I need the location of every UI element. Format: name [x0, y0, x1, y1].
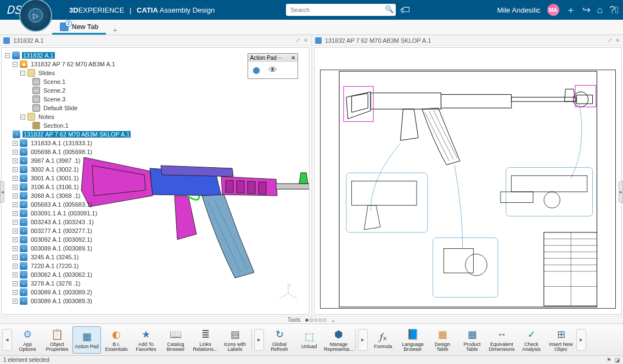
tree-item[interactable]: 7220 A.1 (7220.1): [30, 263, 80, 269]
toolbar-object-properties[interactable]: 📋Object Properties: [43, 326, 71, 354]
tree-expander[interactable]: +: [13, 202, 18, 207]
tree-item[interactable]: 003092 A.1 (003092.1): [30, 236, 93, 243]
drawing-sheet[interactable]: [320, 70, 616, 309]
tree-expander[interactable]: +: [13, 255, 18, 260]
tree-slides[interactable]: Slides: [37, 70, 56, 76]
close-icon[interactable]: ✕: [304, 37, 308, 43]
tree-item[interactable]: 3002 A.1 (3002.1): [30, 166, 80, 173]
search-input[interactable]: [286, 4, 396, 16]
user-name-label[interactable]: Mile Andesilic: [497, 6, 541, 14]
tree-expander[interactable]: −: [20, 71, 25, 76]
chevron-down-icon[interactable]: ⌄: [331, 317, 335, 323]
tree-item[interactable]: 3245 A.1 (3245.1): [30, 254, 80, 260]
cube-icon[interactable]: ⬢: [250, 64, 262, 76]
pane-drawing[interactable]: [314, 47, 622, 315]
toolbar-links-relations-[interactable]: ≣Links Relations...: [191, 326, 220, 354]
close-icon[interactable]: ✕: [615, 37, 620, 43]
avatar[interactable]: MA: [547, 4, 559, 16]
tree-notes[interactable]: Notes: [37, 113, 55, 120]
tree-item[interactable]: 3001 A.1 (3001.1): [30, 175, 80, 181]
home-icon[interactable]: ⌂: [597, 4, 603, 16]
tree-expander[interactable]: +: [13, 299, 18, 304]
tree-item[interactable]: Scene.3: [42, 96, 66, 103]
status-flag-icon[interactable]: ⚑: [607, 357, 611, 363]
tab-add-button[interactable]: +: [106, 26, 124, 35]
expand-icon[interactable]: ⤢: [608, 37, 612, 43]
toolbar-catalog-browser[interactable]: 📖Catalog Browser: [161, 326, 190, 354]
tree-expander[interactable]: −: [20, 115, 25, 120]
toolbar-scroll-right[interactable]: ▸: [576, 329, 586, 351]
tree-item[interactable]: 131833 A.1 (131833.1): [30, 140, 93, 146]
tree-item[interactable]: 3068 A.1 (3068 .1): [30, 192, 82, 199]
tag-icon[interactable]: 🏷: [400, 4, 410, 16]
toolbar-scroll-left[interactable]: ◂: [2, 329, 12, 351]
pager-dots[interactable]: [305, 317, 327, 323]
toolbar-insert-new-objec[interactable]: ⊞Insert New Objec: [547, 326, 575, 354]
tree-expander[interactable]: +: [13, 220, 18, 225]
tree-expander[interactable]: +: [13, 237, 18, 242]
tree-expander[interactable]: +: [13, 185, 18, 190]
tree-expander[interactable]: −: [5, 53, 10, 58]
tree-item[interactable]: 3106 A.1 (3106.1): [30, 184, 80, 190]
toolbar-add-to-favorites[interactable]: ★Add To Favorites: [132, 326, 160, 354]
help-icon[interactable]: ?⃝: [609, 4, 619, 16]
toolbar-app-options[interactable]: ⚙App Options: [13, 326, 42, 354]
tree-item[interactable]: 003277 A.1 (003277.1): [30, 228, 93, 234]
tree-item[interactable]: 131832 AP 7 62 M70 AB3M A.1: [30, 61, 116, 67]
tree-expander[interactable]: +: [13, 211, 18, 216]
spec-tree[interactable]: −▫131832 A.1 −◆131832 AP 7 62 M70 AB3M A…: [5, 51, 131, 305]
toolbar-design-table[interactable]: ▦Design Table: [428, 326, 457, 354]
toolbar-check-analysis[interactable]: ✓Check Analysis: [517, 326, 546, 354]
share-icon[interactable]: ↪: [582, 4, 591, 16]
tab-main[interactable]: 2 New Tab: [52, 20, 106, 35]
tree-expander[interactable]: +: [13, 176, 18, 181]
toolbar-manage-representa-[interactable]: ⬢Manage Representa...: [324, 326, 353, 354]
add-icon[interactable]: ＋: [566, 3, 576, 16]
toolbar-unload[interactable]: ⬚Unload: [295, 326, 323, 354]
action-pad-panel[interactable]: Action Pad⋯✕ ⬢ 👁: [248, 53, 298, 79]
close-icon[interactable]: ✕: [291, 55, 295, 61]
pane-splitter[interactable]: [311, 46, 313, 316]
toolbar-formula[interactable]: 𝑓ₓFormula: [369, 326, 397, 354]
toolbar-product-table[interactable]: ▦Product Table: [458, 326, 486, 354]
tree-expander[interactable]: +: [13, 281, 18, 286]
tree-expander[interactable]: +: [13, 290, 18, 295]
tree-expander[interactable]: −: [13, 62, 18, 67]
tree-expander[interactable]: +: [13, 167, 18, 172]
tree-expander[interactable]: +: [13, 246, 18, 251]
compass-menu[interactable]: ▷: [19, 0, 52, 32]
tree-expander[interactable]: +: [13, 264, 18, 269]
tree-item[interactable]: Section.1: [42, 122, 70, 129]
pane-3d[interactable]: −▫131832 A.1 −◆131832 AP 7 62 M70 AB3M A…: [1, 47, 310, 315]
toolbar-global-refresh[interactable]: ↻Global Refresh: [265, 326, 294, 354]
tree-root[interactable]: 131832 A.1: [22, 52, 55, 59]
tree-expander[interactable]: +: [13, 158, 18, 163]
toolbar-equivalent-dimensions[interactable]: ↔Equivalent Dimensions: [487, 326, 516, 354]
tree-item[interactable]: 003089 A.1 (003089.3): [30, 298, 93, 304]
tree-selected[interactable]: 131832 AP 7 62 M70 AB3M SKLOP A.1: [23, 131, 131, 138]
toolbar-more[interactable]: ▸: [358, 329, 368, 351]
tree-expander[interactable]: +: [13, 141, 18, 146]
tree-item[interactable]: 3278 A.1 (3278 .1): [30, 280, 82, 287]
tree-expander[interactable]: +: [13, 194, 18, 198]
tree-expander[interactable]: +: [13, 150, 18, 155]
tree-item[interactable]: 005698 A.1 (005698.1): [30, 149, 93, 155]
toolbar-action-pad[interactable]: ▦Action Pad: [72, 326, 101, 354]
tree-expander[interactable]: +: [13, 229, 18, 234]
tree-item[interactable]: 3987 A.1 (3987 .1): [30, 157, 82, 164]
tree-item[interactable]: Scene.2: [42, 87, 66, 94]
tree-item[interactable]: 003089 A.1 (003089.2): [30, 289, 93, 295]
collapse-left-handle[interactable]: ◂: [0, 181, 4, 203]
tree-expander[interactable]: +: [13, 272, 18, 277]
toolbar-icons-with-labels[interactable]: ▤Icons with Labels: [221, 326, 249, 354]
tree-item[interactable]: 005683 A.1 (005683.1): [30, 201, 93, 208]
collapse-right-handle[interactable]: ▸: [619, 181, 623, 203]
tree-item[interactable]: 003089 A.1 (003089.1): [30, 245, 93, 252]
toolbar-more[interactable]: ▸: [254, 329, 264, 351]
eye-icon[interactable]: 👁: [267, 64, 279, 76]
tree-item[interactable]: 003062 A.1 (003062.1): [30, 271, 93, 278]
tree-item[interactable]: 003243 A.1 (003243 .1): [30, 219, 95, 225]
tree-item[interactable]: 003091.1 A.1 (003091.1): [30, 210, 98, 217]
tree-item[interactable]: Scene.1: [42, 78, 66, 85]
tree-item[interactable]: Default Slide: [42, 105, 78, 111]
